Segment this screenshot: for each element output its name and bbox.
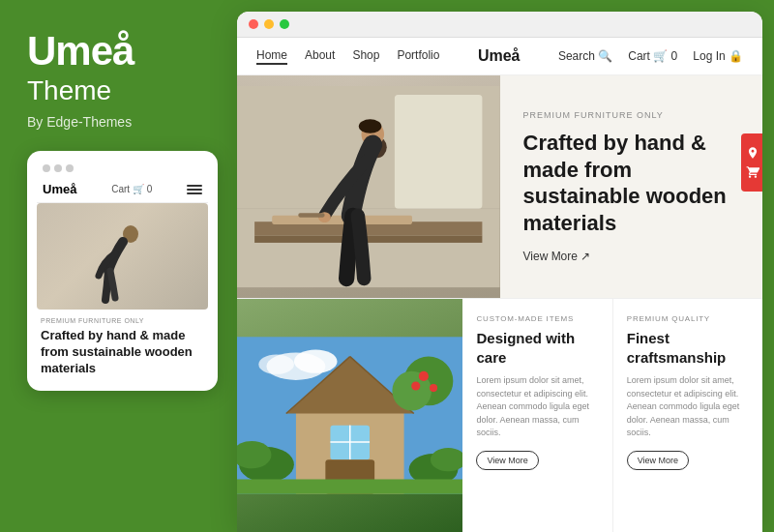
site-logo: Umeå <box>439 47 557 65</box>
nav-about[interactable]: About <box>305 48 335 65</box>
mobile-dot-1 <box>43 164 50 172</box>
brand-name: Umeå <box>27 29 218 74</box>
site-nav: Home About Shop Portfolio Umeå Search 🔍 … <box>237 38 762 75</box>
hero-craftsman-svg <box>237 75 500 298</box>
card-2-link[interactable]: View More <box>627 451 689 470</box>
nav-links: Home About Shop Portfolio <box>256 48 439 65</box>
nav-home[interactable]: Home <box>256 48 287 65</box>
svg-rect-2 <box>395 95 483 209</box>
brand-by: By Edge-Themes <box>27 114 218 130</box>
card-1-tag: CUSTOM-MADE ITEMS <box>476 314 598 323</box>
card-2-text: Lorem ipsum dolor sit amet, consectetur … <box>627 374 749 440</box>
card-1-heading: Designed with care <box>476 329 598 367</box>
mobile-logo: Umeå <box>43 182 76 196</box>
mobile-hamburger-icon[interactable] <box>187 185 202 194</box>
card-craftsmanship: PREMIUM QUALITY Finest craftsmanship Lor… <box>613 299 762 532</box>
card-2-heading: Finest craftsmanship <box>627 329 749 367</box>
svg-rect-28 <box>237 479 462 493</box>
mobile-heading: Crafted by hand & made from sustainable … <box>41 328 204 377</box>
card-1-text: Lorem ipsum dolor sit amet, consectetur … <box>476 374 598 440</box>
card-2-tag: PREMIUM QUALITY <box>627 314 749 323</box>
badge-icon-2 <box>746 165 759 179</box>
bottom-cards: CUSTOM-MADE ITEMS Designed with care Lor… <box>462 299 762 532</box>
hero-content: PREMIUM FURNITURE ONLY Crafted by hand &… <box>500 75 763 298</box>
red-badge <box>741 133 762 192</box>
hero-heading: Crafted by hand & made from sustainable … <box>523 130 740 236</box>
nav-login[interactable]: Log In 🔒 <box>693 49 743 63</box>
mobile-tag: PREMIUM FURNITURE ONLY <box>41 317 204 324</box>
mobile-hero-image <box>37 203 208 310</box>
hero-tag: PREMIUM FURNITURE ONLY <box>523 110 740 120</box>
svg-point-33 <box>411 381 420 390</box>
mobile-dot-3 <box>66 164 74 172</box>
nav-shop[interactable]: Shop <box>352 48 379 65</box>
brand-subtitle: Theme <box>27 75 218 106</box>
svg-point-8 <box>359 119 382 133</box>
house-svg <box>237 299 462 532</box>
card-1-link[interactable]: View More <box>476 451 538 470</box>
mobile-craftsman-svg <box>94 222 152 310</box>
mobile-dot-2 <box>54 164 62 172</box>
browser-chrome <box>237 12 762 38</box>
chrome-maximize-dot <box>280 19 289 29</box>
chrome-minimize-dot <box>264 19 274 29</box>
nav-right: Search 🔍 Cart 🛒 0 Log In 🔒 <box>558 49 743 63</box>
mobile-mockup: Umeå Cart 🛒 0 PREMIUM FURNITURE ONLY <box>27 151 218 391</box>
svg-point-32 <box>430 384 437 392</box>
svg-point-31 <box>419 371 429 381</box>
mobile-cart: Cart 🛒 0 <box>111 184 152 194</box>
bottom-section: CUSTOM-MADE ITEMS Designed with care Lor… <box>237 298 762 532</box>
card-designed: CUSTOM-MADE ITEMS Designed with care Lor… <box>462 299 612 532</box>
hero-image <box>237 75 500 298</box>
svg-rect-10 <box>298 213 324 218</box>
browser-mockup: Home About Shop Portfolio Umeå Search 🔍 … <box>237 12 762 532</box>
hero-section: PREMIUM FURNITURE ONLY Crafted by hand &… <box>237 75 762 298</box>
svg-point-14 <box>294 349 338 372</box>
browser-content: Home About Shop Portfolio Umeå Search 🔍 … <box>237 38 762 532</box>
chrome-close-dot <box>249 19 258 29</box>
hero-view-more[interactable]: View More ↗ <box>523 250 740 263</box>
bottom-image <box>237 299 462 532</box>
svg-point-15 <box>258 355 294 374</box>
badge-icon-1 <box>746 146 759 160</box>
nav-portfolio[interactable]: Portfolio <box>397 48 439 65</box>
svg-rect-4 <box>254 236 482 243</box>
nav-cart[interactable]: Cart 🛒 0 <box>628 49 677 63</box>
left-sidebar: Umeå Theme By Edge-Themes Umeå Cart 🛒 0 <box>0 0 237 532</box>
nav-search[interactable]: Search 🔍 <box>558 49 612 63</box>
